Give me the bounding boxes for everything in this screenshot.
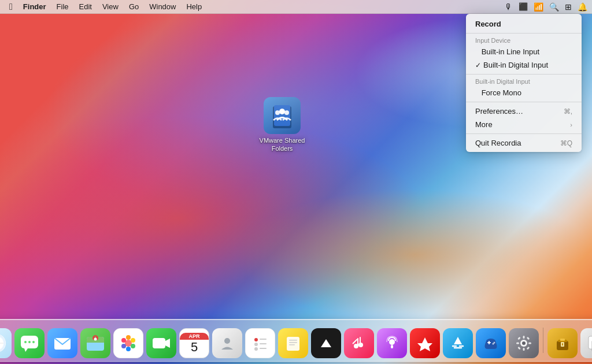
dock-item-reminders[interactable] (245, 328, 275, 358)
dock-item-unarchiver[interactable] (547, 328, 578, 358)
camera-icon[interactable]: ⬛ (519, 2, 528, 11)
dock-item-music[interactable] (344, 328, 374, 358)
dock-item-facetime[interactable] (146, 328, 176, 358)
separator-2 (466, 74, 582, 75)
builtin-digital-label: Built-in Digital Input (483, 61, 548, 69)
check-builtin-digital: ✓ (475, 61, 481, 69)
dock-item-appletv[interactable] (311, 328, 341, 358)
vmware-icon-svg (269, 103, 295, 128)
input-device-label: Input Device (466, 36, 582, 45)
svg-point-42 (131, 344, 135, 348)
check-builtin-line (475, 48, 479, 56)
svg-rect-52 (260, 343, 267, 344)
quit-label: Quit Recordia (475, 139, 521, 147)
svg-rect-37 (87, 340, 104, 343)
svg-rect-0 (273, 106, 291, 128)
svg-point-72 (522, 341, 526, 345)
svg-point-40 (126, 335, 131, 340)
force-mono-label: Force Mono (482, 88, 521, 97)
more-arrow: › (570, 121, 572, 128)
vmware-shared-folders-icon[interactable]: VMware Shared Folders (259, 97, 305, 153)
svg-rect-74 (523, 348, 525, 351)
dock-separator (543, 328, 543, 353)
dock-item-messages[interactable] (14, 328, 45, 358)
svg-rect-77 (517, 337, 521, 340)
menubar-finder[interactable]: Finder (18, 1, 51, 12)
svg-rect-78 (527, 347, 530, 350)
search-icon[interactable]: 🔍 (549, 2, 559, 12)
notification-icon[interactable]: 🔔 (578, 2, 587, 12)
svg-rect-50 (260, 339, 267, 340)
dock-item-arcade[interactable] (476, 328, 506, 358)
svg-point-44 (121, 344, 126, 348)
svg-point-64 (389, 339, 395, 345)
menu-item-more[interactable]: More › (466, 118, 582, 131)
dock-item-safari[interactable] (0, 328, 12, 358)
menu-title: Record (466, 16, 582, 31)
menubar-edit[interactable]: Edit (75, 1, 97, 12)
svg-marker-66 (417, 337, 432, 351)
check-force-mono (475, 89, 479, 97)
dropdown-menu: Record Input Device Built-in Line Input … (466, 14, 582, 152)
svg-point-63 (358, 343, 363, 347)
svg-marker-30 (24, 348, 28, 352)
svg-rect-79 (527, 337, 530, 340)
svg-rect-85 (562, 343, 563, 346)
dock-item-maps[interactable] (80, 328, 110, 358)
menu-item-builtin-line[interactable]: Built-in Line Input (466, 45, 582, 58)
dock: APR 5 (0, 319, 592, 362)
dock-item-calendar[interactable]: APR 5 (179, 328, 209, 358)
dock-item-syspreferences[interactable] (509, 328, 539, 358)
svg-rect-86 (589, 336, 592, 349)
vmware-icon-image (264, 97, 301, 134)
builtin-line-label: Built-in Line Input (482, 47, 539, 56)
svg-rect-83 (560, 339, 565, 341)
dock-item-photos[interactable] (113, 328, 143, 358)
desktop:  Finder File Edit View Go Window Help 🎙… (0, 0, 592, 364)
preferences-label: Preferences… (475, 107, 523, 116)
svg-point-38 (94, 338, 97, 341)
menu-item-preferences[interactable]: Preferences… ⌘, (466, 105, 582, 118)
svg-point-51 (254, 343, 258, 346)
svg-point-43 (126, 347, 131, 351)
apple-menu[interactable]:  (5, 2, 17, 12)
menu-item-builtin-digital[interactable]: ✓ Built-in Digital Input (466, 58, 582, 72)
menu-item-quit[interactable]: Quit Recordia ⌘Q (466, 136, 582, 150)
dock-item-preview[interactable] (580, 328, 592, 358)
svg-point-62 (354, 344, 358, 348)
microphone-icon[interactable]: 🎙 (505, 2, 513, 12)
quit-shortcut: ⌘Q (560, 139, 572, 147)
menubar-right: 🎙 ⬛ 📶 🔍 ⊞ 🔔 (505, 2, 587, 12)
menubar:  Finder File Edit View Go Window Help 🎙… (0, 0, 592, 14)
menubar-help[interactable]: Help (182, 1, 206, 12)
svg-rect-56 (289, 340, 297, 341)
svg-rect-80 (517, 347, 521, 350)
svg-rect-65 (391, 345, 393, 348)
svg-rect-76 (528, 343, 531, 344)
dock-item-contacts[interactable] (212, 328, 242, 358)
dock-item-podcasts[interactable] (377, 328, 407, 358)
svg-rect-75 (516, 343, 519, 344)
wifi-icon[interactable]: 📶 (534, 2, 543, 12)
dock-item-appstore[interactable] (443, 328, 473, 358)
svg-point-45 (121, 338, 126, 343)
menubar-left:  Finder File Edit View Go Window Help (5, 1, 206, 12)
control-center-icon[interactable]: ⊞ (565, 2, 572, 12)
svg-rect-57 (289, 342, 297, 343)
separator-1 (466, 33, 582, 34)
svg-rect-1 (274, 105, 290, 126)
svg-point-32 (28, 341, 31, 343)
separator-4 (466, 133, 582, 134)
menubar-view[interactable]: View (98, 1, 123, 12)
menu-item-force-mono[interactable]: Force Mono (466, 86, 582, 99)
menubar-go[interactable]: Go (124, 1, 143, 12)
menubar-file[interactable]: File (52, 1, 73, 12)
svg-marker-59 (321, 339, 331, 347)
svg-point-4 (284, 110, 289, 115)
svg-rect-58 (289, 344, 295, 346)
menubar-window[interactable]: Window (145, 1, 180, 12)
dock-item-notes[interactable] (278, 328, 308, 358)
svg-point-3 (279, 109, 285, 114)
dock-item-news[interactable] (410, 328, 440, 358)
dock-item-mail[interactable] (47, 328, 77, 358)
